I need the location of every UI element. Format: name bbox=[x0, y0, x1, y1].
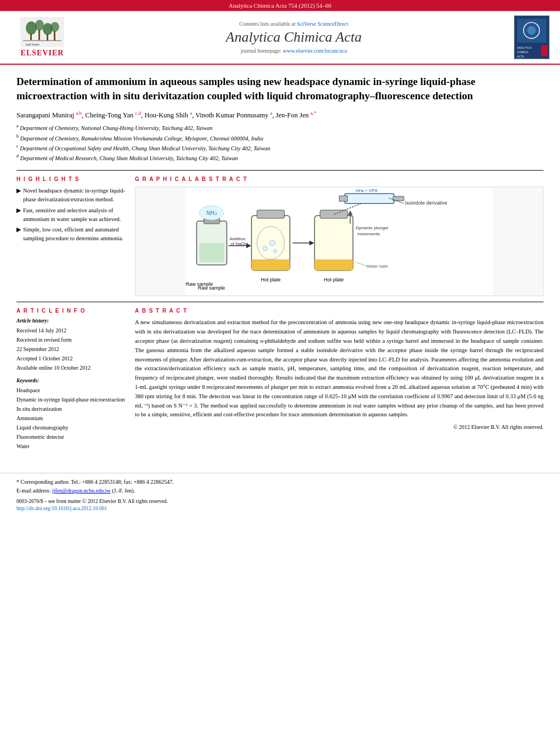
svg-rect-40 bbox=[315, 259, 353, 270]
article-dates: Received 14 July 2012 Received in revise… bbox=[16, 326, 126, 372]
journal-homepage: journal homepage: www.elsevier.com/locat… bbox=[83, 48, 504, 54]
top-bar: Analytica Chimica Acta 754 (2012) 54–60 bbox=[0, 0, 560, 11]
svg-text:Dynamic plunger: Dynamic plunger bbox=[356, 225, 389, 230]
keywords-list: Headspace Dynamic in-syringe liquid-phas… bbox=[16, 386, 126, 451]
svg-point-34 bbox=[270, 240, 275, 246]
highlights-ga-section: H I G H L I G H T S ▶ Novel headspace dy… bbox=[16, 170, 544, 296]
svg-text:movements: movements bbox=[358, 231, 380, 236]
journal-citation: Analytica Chimica Acta 754 (2012) 54–60 bbox=[229, 2, 331, 9]
doi-link[interactable]: http://dx.doi.org/10.1016/j.aca.2012.10.… bbox=[16, 506, 107, 511]
abstract-col: A B S T R A C T A new simultaneous deriv… bbox=[135, 308, 544, 451]
svg-rect-22 bbox=[200, 243, 224, 262]
svg-text:CHIMICA: CHIMICA bbox=[517, 51, 528, 54]
revised-label: Received in revised form bbox=[16, 335, 126, 344]
keyword-1: Headspace bbox=[16, 386, 126, 395]
svg-point-33 bbox=[263, 246, 268, 251]
homepage-link[interactable]: www.elsevier.com/locate/aca bbox=[283, 48, 347, 54]
svg-rect-31 bbox=[252, 259, 290, 270]
highlights-list: ▶ Novel headspace dynamic in-syringe liq… bbox=[16, 186, 126, 243]
available-date: Available online 10 October 2012 bbox=[16, 363, 126, 372]
svg-text:NH₃: NH₃ bbox=[206, 210, 217, 216]
article-title: Determination of ammonium in aqueous sam… bbox=[16, 75, 544, 103]
affiliation-d: d Department of Medical Research, Chung … bbox=[16, 153, 544, 162]
sciverse-line: Contents lists available at SciVerse Sci… bbox=[83, 21, 504, 27]
keyword-5: Liquid chromatography bbox=[16, 423, 126, 432]
journal-header-right: ANALYTICA CHIMICA ACTA bbox=[510, 15, 553, 59]
journal-header: oak trees ELSEVIER Contents lists availa… bbox=[0, 11, 560, 65]
elsevier-brand: ELSEVIER bbox=[21, 49, 64, 58]
elsevier-logo: oak trees ELSEVIER bbox=[20, 17, 64, 58]
page-wrapper: Analytica Chimica Acta 754 (2012) 54–60 bbox=[0, 0, 560, 518]
svg-text:Addition: Addition bbox=[230, 236, 246, 241]
keyword-6: Fluorometric detector bbox=[16, 432, 126, 442]
arrow-icon-1: ▶ bbox=[16, 186, 21, 204]
journal-cover-image: ANALYTICA CHIMICA ACTA bbox=[514, 15, 550, 59]
svg-text:Isoindole derivative: Isoindole derivative bbox=[405, 200, 448, 206]
footer-issn: 0003-2670/$ – see front matter © 2012 El… bbox=[16, 499, 544, 504]
copyright: © 2012 Elsevier B.V. All rights reserved… bbox=[135, 423, 544, 432]
affiliations: a Department of Chemistry, National Chun… bbox=[16, 123, 544, 162]
svg-rect-39 bbox=[320, 210, 348, 218]
svg-point-35 bbox=[274, 250, 277, 253]
svg-text:of NaOH: of NaOH bbox=[231, 241, 248, 246]
affiliation-a: a Department of Chemistry, National Chun… bbox=[16, 123, 544, 132]
arrow-icon-2: ▶ bbox=[16, 206, 21, 224]
author-email[interactable]: jjfen@dragon.nchu.edu.tw bbox=[52, 488, 111, 494]
article-content: Determination of ammonium in aqueous sam… bbox=[0, 65, 560, 462]
highlight-text-3: Simple, low cost, efficient and automate… bbox=[23, 225, 126, 243]
svg-rect-42 bbox=[345, 194, 394, 203]
article-info-col: A R T I C L E I N F O Article history: R… bbox=[16, 308, 126, 451]
highlight-text-2: Fast, sensitive and selective analysis o… bbox=[23, 206, 126, 224]
corresponding-author: * Corresponding author. Tel.: +886 4 228… bbox=[16, 478, 544, 495]
accepted-date: Accepted 1 October 2012 bbox=[16, 354, 126, 363]
article-history-label: Article history: bbox=[16, 318, 126, 324]
keyword-7: Water bbox=[16, 442, 126, 451]
svg-text:ACTA: ACTA bbox=[517, 55, 524, 58]
svg-rect-8 bbox=[54, 31, 55, 41]
svg-rect-44 bbox=[340, 196, 348, 201]
svg-text:oak trees: oak trees bbox=[26, 43, 39, 46]
arrow-icon-3: ▶ bbox=[16, 225, 21, 243]
ga-header: G R A P H I C A L A B S T R A C T bbox=[135, 176, 544, 182]
keywords-label: Keywords: bbox=[16, 378, 126, 383]
keyword-2: Dynamic in-syringe liquid-phase microext… bbox=[16, 395, 126, 404]
journal-title: Analytica Chimica Acta bbox=[83, 29, 504, 46]
svg-rect-7 bbox=[47, 34, 48, 41]
svg-point-14 bbox=[527, 26, 536, 35]
highlights-col: H I G H L I G H T S ▶ Novel headspace dy… bbox=[16, 176, 126, 296]
svg-point-1 bbox=[26, 21, 37, 35]
svg-text:Hot plate: Hot plate bbox=[261, 277, 280, 282]
svg-text:ANALYTICA: ANALYTICA bbox=[517, 47, 531, 49]
graphical-abstract-col: G R A P H I C A L A B S T R A C T Raw sa… bbox=[135, 176, 544, 296]
graphical-abstract-image: Raw sample NH₃ Addition of NaOH bbox=[135, 186, 544, 296]
elsevier-tree-icon: oak trees bbox=[20, 17, 64, 47]
highlights-header: H I G H L I G H T S bbox=[16, 176, 126, 182]
highlight-item-1: ▶ Novel headspace dynamic in-syringe liq… bbox=[16, 186, 126, 204]
svg-rect-30 bbox=[257, 210, 285, 218]
svg-text:Hot plate: Hot plate bbox=[324, 277, 343, 282]
footer-section: * Corresponding author. Tel.: +886 4 228… bbox=[0, 473, 560, 518]
svg-text:Raw sample: Raw sample bbox=[198, 285, 225, 291]
svg-text:Water bath: Water bath bbox=[367, 264, 388, 269]
received-date: Received 14 July 2012 bbox=[16, 326, 126, 335]
cover-art-icon: ANALYTICA CHIMICA ACTA bbox=[514, 15, 549, 59]
footer-doi: http://dx.doi.org/10.1016/j.aca.2012.10.… bbox=[16, 504, 544, 512]
revised-date: 22 September 2012 bbox=[16, 344, 126, 354]
svg-rect-5 bbox=[30, 33, 32, 40]
affiliation-c: c Department of Occupational Safety and … bbox=[16, 143, 544, 152]
keyword-4: Ammonium bbox=[16, 414, 126, 423]
highlight-item-2: ▶ Fast, sensitive and selective analysis… bbox=[16, 206, 126, 224]
svg-rect-6 bbox=[38, 30, 40, 40]
highlight-text-1: Novel headspace dynamic in-syringe liqui… bbox=[23, 186, 126, 204]
svg-rect-18 bbox=[541, 46, 547, 56]
ga-diagram: Raw sample NH₃ Addition of NaOH bbox=[135, 188, 543, 295]
article-info-abstract-section: A R T I C L E I N F O Article history: R… bbox=[16, 302, 544, 451]
keywords-section: Keywords: Headspace Dynamic in-syringe l… bbox=[16, 378, 126, 451]
article-info-header: A R T I C L E I N F O bbox=[16, 308, 126, 314]
sciverse-link[interactable]: SciVerse ScienceDirect bbox=[297, 21, 348, 27]
abstract-header: A B S T R A C T bbox=[135, 308, 544, 314]
journal-header-left: oak trees ELSEVIER bbox=[7, 17, 78, 58]
abstract-text: A new simultaneous derivatization and ex… bbox=[135, 318, 544, 432]
svg-point-4 bbox=[50, 22, 59, 32]
authors-line: Sarangapani Muniraj a,b, Cheing-Tong Yan… bbox=[16, 110, 544, 120]
